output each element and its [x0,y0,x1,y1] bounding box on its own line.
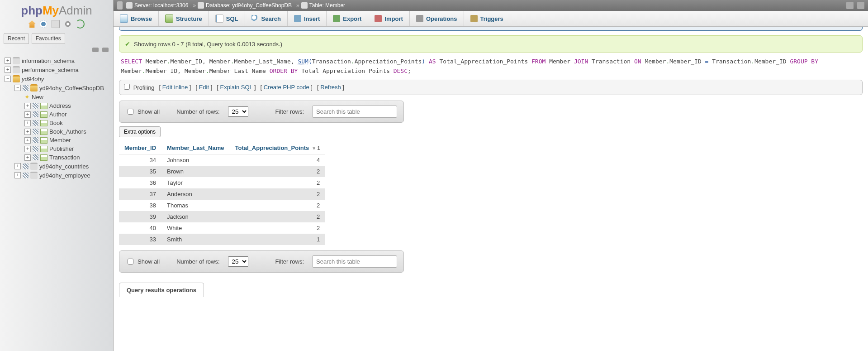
expand-icon[interactable]: + [24,146,31,152]
favourites-tab[interactable]: Favourites [32,33,65,44]
cell-member_last_name[interactable]: Jackson [161,211,229,222]
tree-item-book-authors[interactable]: +Book_Authors [2,127,113,136]
tree-item-yd94ohy[interactable]: −yd94ohy [2,74,113,83]
profiling-checkbox[interactable]: Profiling [124,84,155,91]
create-php-link[interactable]: Create PHP code [264,84,309,91]
num-rows-select[interactable]: 25 [228,106,248,117]
collapsed-query-box[interactable] [119,27,863,31]
recent-tab[interactable]: Recent [4,33,29,44]
table-row[interactable]: 36Taylor2 [119,177,325,188]
cell-member_id[interactable]: 35 [119,166,161,177]
col-total_appreciation_points[interactable]: Total_Appreciation_Points▼1 [230,142,326,154]
expand-icon[interactable]: + [14,163,21,169]
table-row[interactable]: 40White2 [119,222,325,234]
cell-member_last_name[interactable]: Smith [161,234,229,245]
cell-member_id[interactable]: 34 [119,154,161,166]
expand-icon[interactable]: + [24,111,31,118]
cell-total_appreciation_points[interactable]: 2 [230,166,326,177]
tree-item-new[interactable]: ✦New [2,92,113,101]
tab-insert[interactable]: Insert [288,11,327,26]
query-results-operations-tab[interactable]: Query results operations [119,283,204,297]
cell-member_id[interactable]: 39 [119,211,161,222]
cell-member_last_name[interactable]: Johnson [161,154,229,166]
tab-triggers[interactable]: Triggers [464,11,510,26]
cell-total_appreciation_points[interactable]: 2 [230,177,326,188]
table-row[interactable]: 38Thomas2 [119,200,325,211]
table-row[interactable]: 35Brown2 [119,166,325,177]
settings-icon[interactable] [64,20,71,28]
tab-export[interactable]: Export [327,11,368,26]
edit-inline-link[interactable]: Edit inline [162,84,188,91]
expand-icon[interactable]: + [14,172,21,178]
cell-member_id[interactable]: 38 [119,200,161,211]
tab-browse[interactable]: Browse [114,11,159,26]
cell-total_appreciation_points[interactable]: 1 [230,234,326,245]
tree-item-transaction[interactable]: +Transaction [2,153,113,162]
cell-member_last_name[interactable]: Taylor [161,177,229,188]
cell-member_id[interactable]: 33 [119,234,161,245]
show-all-checkbox-bottom[interactable]: Show all [126,257,160,266]
tab-structure[interactable]: Structure [159,11,209,26]
num-rows-select-bottom[interactable]: 25 [228,256,248,267]
tab-operations[interactable]: Operations [410,11,464,26]
cell-total_appreciation_points[interactable]: 4 [230,154,326,166]
unlink-icon[interactable] [102,48,109,52]
expand-icon[interactable]: + [24,137,31,144]
reload-icon[interactable] [76,19,85,29]
nav-toggle-handle[interactable] [117,1,123,10]
tree-item-performance-schema[interactable]: +performance_schema [2,65,113,74]
extra-options-button[interactable]: Extra options [119,126,161,137]
docs-icon[interactable] [52,20,60,28]
home-icon[interactable] [28,20,36,28]
cell-total_appreciation_points[interactable]: 2 [230,222,326,234]
tree-item-yd94ohy-employee[interactable]: +yd94ohy_employee [2,171,113,180]
filter-rows-input[interactable] [312,106,397,118]
collapse-all-icon[interactable] [92,48,99,52]
tree-item-publisher[interactable]: +Publisher [2,144,113,153]
cell-total_appreciation_points[interactable]: 2 [230,200,326,211]
tree-item-address[interactable]: +Address [2,101,113,110]
table-row[interactable]: 39Jackson2 [119,211,325,222]
breadcrumb-database[interactable]: Database: yd94ohy_CoffeeShopDB [198,2,292,9]
expand-icon[interactable]: + [24,103,31,109]
table-row[interactable]: 34Johnson4 [119,154,325,166]
expand-icon[interactable]: + [5,58,11,64]
page-settings-icon[interactable] [846,2,854,9]
show-all-checkbox[interactable]: Show all [126,107,160,116]
collapse-icon[interactable]: − [5,76,11,82]
tab-search[interactable]: Search [245,11,288,26]
table-row[interactable]: 37Anderson2 [119,188,325,200]
cell-total_appreciation_points[interactable]: 2 [230,211,326,222]
cell-total_appreciation_points[interactable]: 2 [230,188,326,200]
tree-item-member[interactable]: +Member [2,136,113,144]
tab-sql[interactable]: SQL [209,11,245,26]
table-row[interactable]: 33Smith1 [119,234,325,245]
breadcrumb-table[interactable]: Table: Member [301,2,345,9]
expand-icon[interactable]: + [24,129,31,135]
logo[interactable]: phpMyAdmin [0,0,113,19]
col-member_id[interactable]: Member_ID [119,142,161,154]
collapse-icon[interactable]: − [14,85,21,91]
cell-member_id[interactable]: 40 [119,222,161,234]
cell-member_last_name[interactable]: Anderson [161,188,229,200]
expand-icon[interactable] [857,2,864,9]
expand-icon[interactable]: + [24,154,31,161]
cell-member_last_name[interactable]: White [161,222,229,234]
refresh-link[interactable]: Refresh [320,84,341,91]
tab-import[interactable]: Import [368,11,409,26]
tree-item-yd94ohy-countries[interactable]: +yd94ohy_countries [2,162,113,171]
cell-member_last_name[interactable]: Brown [161,166,229,177]
explain-sql-link[interactable]: Explain SQL [220,84,253,91]
tree-item-yd94ohy-coffeeshopdb[interactable]: −yd94ohy_CoffeeShopDB [2,83,113,92]
filter-rows-input-bottom[interactable] [312,255,397,268]
logout-icon[interactable] [40,20,47,28]
cell-member_id[interactable]: 37 [119,188,161,200]
cell-member_id[interactable]: 36 [119,177,161,188]
expand-icon[interactable]: + [24,120,31,126]
breadcrumb-server[interactable]: Server: localhost:3306 [126,2,188,9]
tree-item-information-schema[interactable]: +information_schema [2,56,113,65]
col-member_last_name[interactable]: Member_Last_Name [161,142,229,154]
expand-icon[interactable]: + [5,67,11,73]
cell-member_last_name[interactable]: Thomas [161,200,229,211]
tree-item-book[interactable]: +Book [2,119,113,127]
